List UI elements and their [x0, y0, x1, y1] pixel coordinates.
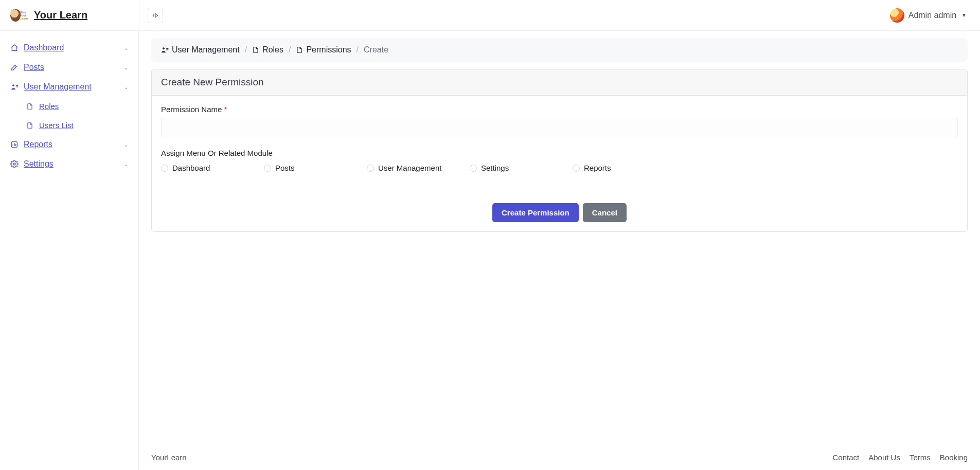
chevron-down-icon: ⌄ [124, 142, 128, 148]
user-group-icon [10, 83, 19, 91]
cancel-button[interactable]: Cancel [583, 203, 627, 222]
breadcrumb-label: Permissions [306, 45, 351, 55]
card-title: Create New Permission [152, 69, 967, 96]
sidebar-item-label: User Management [24, 82, 92, 92]
module-option-label: Dashboard [172, 164, 210, 172]
breadcrumb-item-user-management[interactable]: User Management [161, 45, 240, 55]
module-option-user-management[interactable]: User Management [367, 164, 470, 172]
brand-name: Your Learn [34, 9, 87, 21]
footer-link-about[interactable]: About Us [868, 453, 900, 462]
sidebar-item-dashboard[interactable]: Dashboard ⌄ [8, 38, 130, 58]
avatar [890, 8, 904, 23]
required-asterisk: * [224, 105, 227, 114]
breadcrumb-label: Create [364, 45, 388, 55]
sidebar-subitem-label: Users List [39, 121, 74, 130]
sidebar-item-user-management[interactable]: User Management ⌄ [8, 77, 130, 97]
chevron-down-icon: ⌄ [124, 161, 128, 167]
chevron-down-icon: ⌄ [124, 65, 128, 70]
module-option-label: Posts [275, 164, 295, 172]
sidebar-item-label: Reports [24, 140, 52, 149]
brand-logo-icon: Miss Your Learn [10, 9, 31, 22]
create-permission-button[interactable]: Create Permission [492, 203, 579, 222]
file-icon [296, 46, 303, 53]
footer: YourLearn Contact About Us Terms Booking [139, 447, 980, 470]
module-option-label: Reports [584, 164, 611, 172]
user-display-name: Admin admin [908, 11, 956, 20]
arrows-horizontal-icon [152, 12, 159, 19]
module-option-posts[interactable]: Posts [264, 164, 367, 172]
svg-point-5 [163, 47, 165, 49]
edit-icon [10, 63, 19, 71]
topbar: Miss Your Learn Your Learn Admin admin [0, 0, 980, 31]
module-option-settings[interactable]: Settings [470, 164, 573, 172]
breadcrumb-label: Roles [262, 45, 283, 55]
module-option-reports[interactable]: Reports [573, 164, 675, 172]
sidebar-item-label: Settings [24, 159, 54, 169]
chart-icon [10, 140, 19, 149]
breadcrumb-separator: / [245, 45, 247, 55]
module-option-label: Settings [481, 164, 509, 172]
sidebar-subitem-label: Roles [39, 102, 59, 111]
main-content: User Management / Roles / Perm [139, 31, 980, 470]
sidebar-item-settings[interactable]: Settings ⌄ [8, 154, 130, 174]
module-option-label: User Management [378, 164, 441, 172]
permission-name-label: Permission Name * [161, 105, 958, 114]
module-option-dashboard[interactable]: Dashboard [161, 164, 264, 172]
chevron-down-icon: ⌄ [124, 84, 128, 90]
footer-link-booking[interactable]: Booking [940, 453, 968, 462]
radio-icon [264, 165, 271, 172]
user-group-icon [161, 46, 169, 54]
breadcrumb: User Management / Roles / Perm [151, 38, 968, 62]
svg-point-4 [13, 163, 15, 165]
breadcrumb-separator: / [357, 45, 359, 55]
breadcrumb-item-create: Create [364, 45, 388, 55]
footer-brand-link[interactable]: YourLearn [151, 453, 187, 462]
gear-icon [10, 160, 19, 168]
breadcrumb-separator: / [289, 45, 291, 55]
radio-icon [367, 165, 374, 172]
topbar-brand-area: Miss Your Learn Your Learn [0, 9, 139, 22]
svg-point-0 [12, 84, 14, 86]
radio-icon [161, 165, 168, 172]
sidebar-item-label: Dashboard [24, 43, 64, 52]
radio-icon [573, 165, 580, 172]
brand-link[interactable]: Miss Your Learn Your Learn [10, 9, 87, 22]
file-icon [252, 46, 259, 53]
form-actions: Create Permission Cancel [161, 203, 958, 222]
topbar-main: Admin admin ▼ [139, 0, 980, 30]
footer-link-terms[interactable]: Terms [910, 453, 931, 462]
sidebar-subitem-users-list[interactable]: Users List [24, 116, 130, 135]
permission-name-input[interactable] [161, 118, 958, 137]
sidebar-submenu-user-management: Roles Users List [8, 97, 130, 135]
breadcrumb-label: User Management [172, 45, 240, 55]
breadcrumb-item-permissions[interactable]: Permissions [296, 45, 351, 55]
caret-down-icon: ▼ [961, 12, 967, 18]
radio-icon [470, 165, 477, 172]
footer-link-contact[interactable]: Contact [833, 453, 860, 462]
user-menu-dropdown[interactable]: Admin admin ▼ [890, 8, 972, 23]
sidebar: Dashboard ⌄ Posts ⌄ User Man [0, 31, 139, 470]
sidebar-item-posts[interactable]: Posts ⌄ [8, 58, 130, 77]
sidebar-item-reports[interactable]: Reports ⌄ [8, 135, 130, 154]
file-icon [26, 102, 34, 111]
sidebar-subitem-roles[interactable]: Roles [24, 97, 130, 116]
module-radio-group: Dashboard Posts User Management [161, 164, 958, 172]
breadcrumb-item-roles[interactable]: Roles [252, 45, 283, 55]
home-icon [10, 44, 19, 52]
create-permission-card: Create New Permission Permission Name * … [151, 69, 968, 232]
sidebar-item-label: Posts [24, 63, 44, 72]
sidebar-toggle-button[interactable] [148, 8, 163, 23]
permission-name-label-text: Permission Name [161, 105, 222, 114]
assign-module-label: Assign Menu Or Related Module [161, 149, 958, 157]
chevron-down-icon: ⌄ [124, 45, 128, 51]
file-icon [26, 121, 34, 130]
